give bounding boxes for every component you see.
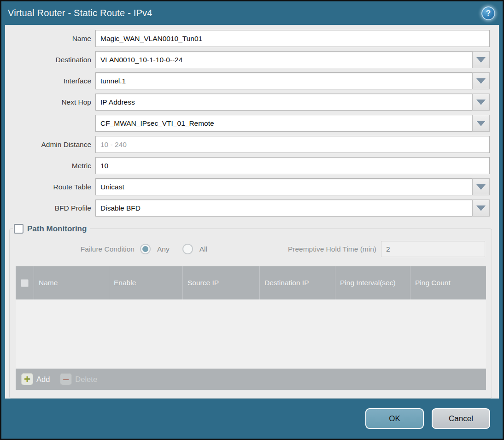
bfd-profile-row: BFD Profile	[5, 199, 490, 217]
next-hop-address-dropdown-button[interactable]	[472, 115, 490, 132]
help-icon[interactable]: ?	[481, 6, 495, 20]
dialog-title: Virtual Router - Static Route - IPv4	[8, 8, 152, 18]
bfd-profile-dropdown-button[interactable]	[472, 199, 490, 217]
bfd-profile-label: BFD Profile	[5, 204, 95, 212]
next-hop-row: Next Hop	[5, 94, 490, 111]
preemptive-hold-time-label: Preemptive Hold Time (min)	[288, 245, 381, 253]
interface-label: Interface	[5, 77, 95, 85]
admin-distance-label: Admin Distance	[5, 141, 95, 149]
route-table-row: Route Table	[5, 178, 490, 195]
next-hop-type-input[interactable]	[95, 94, 490, 111]
metric-input[interactable]	[95, 157, 490, 174]
bfd-profile-input[interactable]	[95, 199, 490, 217]
destination-input[interactable]	[95, 51, 490, 68]
path-monitoring-section: Path Monitoring Failure Condition Any Al…	[9, 224, 492, 399]
add-button[interactable]: + Add	[21, 373, 50, 385]
column-header-ping-interval[interactable]: Ping Interval(sec)	[335, 266, 410, 299]
interface-dropdown-button[interactable]	[472, 72, 490, 89]
column-header-enable[interactable]: Enable	[109, 266, 183, 299]
route-table-input[interactable]	[95, 178, 490, 195]
destination-label: Destination	[5, 56, 95, 64]
select-all-cell	[16, 266, 34, 299]
column-header-destination-ip[interactable]: Destination IP	[260, 266, 335, 299]
preemptive-hold-time-group: Preemptive Hold Time (min)	[288, 241, 485, 257]
next-hop-label: Next Hop	[5, 98, 95, 106]
table-body-empty	[16, 299, 486, 369]
failure-condition-all-option: All	[182, 244, 207, 254]
column-header-ping-count[interactable]: Ping Count	[410, 266, 486, 299]
admin-distance-row: Admin Distance	[5, 136, 490, 153]
path-monitoring-title: Path Monitoring	[27, 224, 87, 234]
name-label: Name	[5, 35, 95, 43]
radio-any-label: Any	[157, 245, 170, 253]
interface-row: Interface	[5, 72, 490, 89]
failure-condition-row: Failure Condition Any All Preemptive Hol…	[16, 241, 485, 257]
destination-row: Destination	[5, 51, 490, 68]
next-hop-dropdown-button[interactable]	[472, 94, 490, 111]
preemptive-hold-time-input[interactable]	[381, 241, 485, 257]
ok-button[interactable]: OK	[365, 408, 424, 429]
failure-condition-any-option: Any	[140, 244, 170, 254]
next-hop-address-input[interactable]	[95, 115, 490, 132]
select-all-checkbox[interactable]	[21, 279, 29, 287]
delete-icon: −	[60, 373, 72, 385]
chevron-down-icon	[476, 121, 486, 126]
radio-all[interactable]	[182, 244, 193, 254]
metric-row: Metric	[5, 157, 490, 174]
table-header: Name Enable Source IP Destination IP Pin…	[16, 266, 486, 299]
radio-all-label: All	[199, 245, 207, 253]
name-row: Name	[5, 30, 490, 47]
chevron-down-icon	[476, 100, 486, 105]
table-footer: + Add − Delete	[16, 369, 486, 390]
radio-any[interactable]	[140, 244, 151, 254]
path-monitoring-legend: Path Monitoring	[13, 224, 90, 234]
dialog-titlebar: Virtual Router - Static Route - IPv4 ?	[1, 1, 503, 25]
failure-condition-label: Failure Condition	[16, 245, 140, 253]
dialog-content: Name Destination Interface Next Hop	[5, 25, 499, 399]
next-hop-address-row	[5, 115, 490, 132]
column-header-name[interactable]: Name	[34, 266, 109, 299]
chevron-down-icon	[476, 57, 486, 63]
path-monitoring-checkbox[interactable]	[14, 224, 23, 234]
path-monitoring-table: Name Enable Source IP Destination IP Pin…	[16, 266, 486, 390]
chevron-down-icon	[476, 184, 486, 190]
delete-button[interactable]: − Delete	[60, 373, 97, 385]
metric-label: Metric	[5, 162, 95, 170]
static-route-dialog: Virtual Router - Static Route - IPv4 ? N…	[0, 0, 504, 440]
admin-distance-input[interactable]	[95, 136, 490, 153]
add-icon: +	[21, 373, 33, 385]
chevron-down-icon	[476, 205, 486, 211]
column-header-source-ip[interactable]: Source IP	[183, 266, 260, 299]
chevron-down-icon	[476, 78, 486, 84]
name-input[interactable]	[95, 30, 490, 47]
route-table-dropdown-button[interactable]	[472, 178, 490, 195]
route-table-label: Route Table	[5, 183, 95, 191]
destination-dropdown-button[interactable]	[472, 51, 490, 68]
interface-input[interactable]	[95, 72, 490, 89]
cancel-button[interactable]: Cancel	[432, 408, 490, 429]
dialog-footer: OK Cancel	[1, 399, 503, 439]
